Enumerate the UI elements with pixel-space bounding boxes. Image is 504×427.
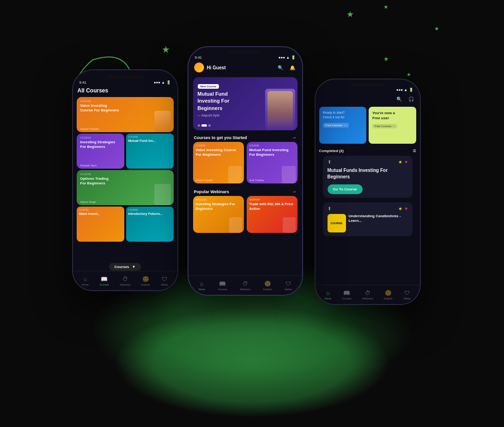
explore-icon-center: 🙂 [264, 281, 271, 287]
left-course-card-2[interactable]: COURSE Investing Strategies For Beginner… [77, 134, 124, 169]
center-course-2-title: Mutual Fund Investing For Beginners [247, 148, 298, 158]
nav-explore-label-left: Explore [141, 283, 150, 286]
webinar-1-avatar [229, 217, 242, 233]
nav-home-right[interactable]: ⌂ Home [324, 290, 331, 300]
nav-webinars-center[interactable]: ⏱ Webinars [240, 281, 250, 291]
nav-explore-label-center: Explore [263, 288, 272, 291]
nav-explore-center[interactable]: 🙂 Explore [263, 281, 272, 291]
phone-notch-left [107, 75, 144, 79]
nav-home-label-center: Home [198, 288, 205, 291]
center-course-2-author: Smit Thakkar [249, 179, 264, 182]
webinar-2-avatar [283, 217, 296, 233]
center-header: Hi Guest 🔍 🔔 [188, 60, 302, 75]
right-phone-nav: ⌂ Home 📖 Courses ⏱ Webinars 🙂 Explore 🛡 … [316, 285, 420, 304]
understanding-card[interactable]: ⬆ ★ ♥ COURSE Understanding Candlesticks … [323, 202, 413, 236]
half-label-4b: COURSE [126, 207, 174, 212]
webinar-1-title: Investing Strategies For Beginners [193, 202, 244, 211]
promo-blue-btn[interactable]: Free Courses → [323, 123, 349, 128]
promo-cards: Ready to start?Check it out for Free Cou… [316, 105, 420, 146]
detail-card[interactable]: ⬆ ★ ♥ Mutual Funds Investing For Beginne… [323, 156, 413, 198]
completed-title: Completed (2) [319, 149, 344, 153]
completed-section: Completed (2) ≡ ⬆ ★ ♥ Mutual Funds Inves… [316, 146, 420, 201]
nav-explore-left[interactable]: 🙂 Explore [141, 276, 150, 286]
nav-home-center[interactable]: ⌂ Home [198, 281, 205, 291]
left-course-card-3[interactable]: COURSE Options TradingFor Beginners Hite… [77, 170, 174, 205]
course-author-1: Umesh Tripathi [80, 128, 99, 130]
course-label-2: COURSE [80, 136, 121, 139]
heart-icon-detail: ♥ [405, 159, 408, 165]
nav-webinars-left[interactable]: ⏱ Webinars [120, 276, 130, 286]
webinar-2[interactable]: WEBINAR Trade with RSI, MA & Price Actio… [247, 196, 298, 233]
nav-home-left[interactable]: ⌂ Home [82, 276, 89, 286]
notification-icon[interactable]: 🔔 [288, 63, 297, 72]
go-to-course-button[interactable]: Go To Course [328, 184, 363, 194]
safety-icon-right: 🛡 [404, 290, 410, 296]
hero-banner[interactable]: New Course Mutual Fund Investing For Beg… [193, 77, 298, 130]
right-phone: ●●● ▲ 🔋 🔍 🎧 Ready to start?Check it out … [315, 79, 421, 305]
all-courses-title: All Courses [78, 87, 109, 94]
courses-icon-right: 📖 [343, 290, 350, 296]
star-icon-understanding: ★ [398, 206, 402, 211]
nav-safety-label-center: Safety [285, 288, 292, 291]
promo-card-blue[interactable]: Ready to start?Check it out for Free Cou… [319, 107, 367, 144]
nav-courses-center[interactable]: 📖 Courses [218, 281, 227, 291]
center-phone-nav: ⌂ Home 📖 Courses ⏱ Webinars 🙂 Explore 🛡 … [188, 275, 302, 295]
star-decoration-2: ★ [383, 4, 389, 10]
nav-courses-left[interactable]: 📖 Courses [99, 276, 109, 286]
nav-courses-label-center: Courses [218, 288, 227, 291]
user-avatar [194, 62, 204, 73]
banner-dots [198, 124, 211, 127]
nav-safety-left[interactable]: 🛡 Safety [161, 276, 168, 286]
left-course-card-4b[interactable]: COURSE Introductory Futures... [126, 207, 174, 242]
nav-safety-right[interactable]: 🛡 Safety [403, 290, 411, 300]
promo-card-green[interactable]: You're now aFree user Free Courses → [369, 107, 416, 144]
webinar-1-label: WEBINAR [193, 196, 244, 202]
course-label-3: COURSE [80, 173, 170, 176]
nav-safety-center[interactable]: 🛡 Safety [285, 281, 292, 291]
greeting-text: Hi Guest [207, 65, 226, 70]
search-icon-right[interactable]: 🔍 [395, 95, 403, 103]
promo-blue-text: Ready to start?Check it out for [323, 110, 363, 120]
half-title-2b: Mutual Fund Inv... [126, 139, 174, 143]
nav-explore-right[interactable]: 🙂 Explore [384, 290, 393, 300]
safety-icon-center: 🛡 [285, 281, 291, 287]
left-phone-header: All Courses [73, 85, 177, 96]
completed-menu-icon[interactable]: ≡ [413, 147, 416, 154]
user-info: Hi Guest [194, 62, 226, 73]
nav-courses-right[interactable]: 📖 Courses [342, 290, 351, 300]
courses-section-arrow[interactable]: → [292, 135, 297, 140]
header-icons: 🔍 🔔 [276, 63, 297, 72]
heart-icon-understanding: ♥ [405, 206, 408, 211]
webinar-1[interactable]: WEBINAR Investing Strategies For Beginne… [193, 196, 244, 233]
promo-green-text: You're now aFree user [372, 110, 413, 121]
star-decoration-1: ★ [346, 9, 354, 19]
center-course-2[interactable]: COURSE Mutual Fund Investing For Beginne… [247, 142, 298, 183]
webinars-section-arrow[interactable]: → [292, 189, 297, 194]
center-course-1[interactable]: COURSE Value Investing Course For Beginn… [193, 142, 244, 183]
home-icon-center: ⌂ [200, 281, 203, 287]
nav-home-label-left: Home [82, 283, 89, 286]
star-icon-detail: ★ [398, 159, 402, 165]
headphone-icon-right[interactable]: 🎧 [407, 95, 415, 103]
half-title-4b: Introductory Futures... [126, 212, 174, 216]
courses-icon-center: 📖 [219, 281, 226, 287]
home-icon-right: ⌂ [326, 290, 329, 296]
understanding-upload-icon: ⬆ [328, 206, 331, 211]
left-row-2: COURSE Investing Strategies For Beginner… [77, 134, 174, 169]
webinar-2-title: Trade with RSI, MA & Price Action [247, 202, 298, 211]
center-course-2-avatar [282, 166, 296, 183]
status-bar-right: ●●● ▲ 🔋 [316, 86, 420, 92]
left-course-card-4a[interactable]: COURSE Value Invest... [77, 207, 124, 242]
nav-webinars-right[interactable]: ⏱ Webinars [362, 290, 373, 300]
promo-green-btn[interactable]: Free Courses → [372, 124, 397, 128]
detail-card-header: ⬆ ★ ♥ [328, 159, 408, 165]
explore-icon-left: 🙂 [142, 276, 149, 282]
courses-tab-arrow: ▼ [132, 265, 136, 269]
left-course-card-1[interactable]: COURSE Value InvestingCourse For Beginne… [77, 97, 174, 132]
nav-courses-label-left: Courses [99, 283, 109, 286]
search-icon[interactable]: 🔍 [276, 63, 285, 72]
left-course-card-2b[interactable]: COURSE Mutual Fund Inv... [126, 134, 174, 169]
courses-tab[interactable]: Courses ▼ [109, 263, 141, 271]
webinars-section-header: Popular Webinars → [188, 186, 302, 196]
understanding-section: ⬆ ★ ♥ COURSE Understanding Candlesticks … [319, 202, 416, 236]
